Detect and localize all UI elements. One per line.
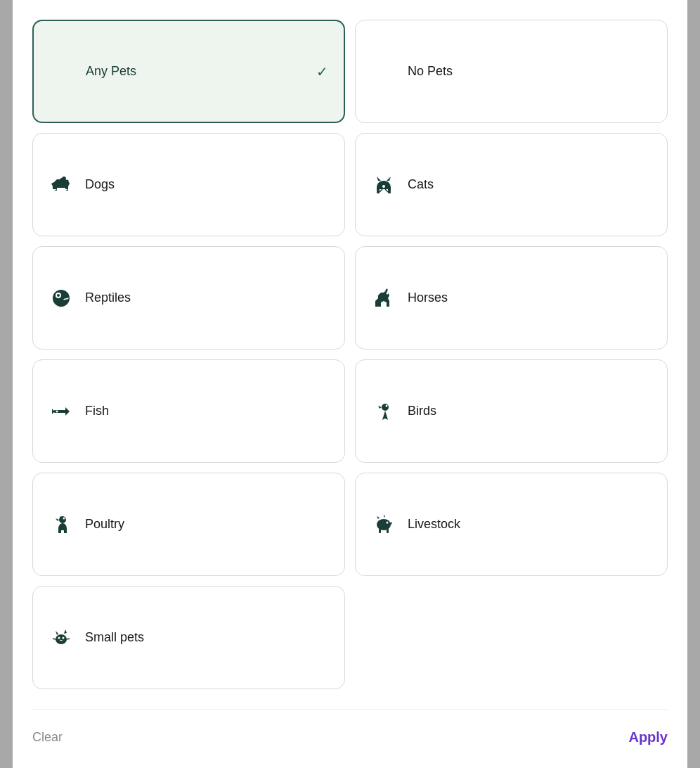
svg-point-9 [56, 410, 58, 412]
svg-point-17 [387, 521, 389, 523]
option-poultry[interactable]: Poultry [32, 473, 345, 576]
option-birds[interactable]: Birds [355, 359, 668, 463]
pets-filter-panel: Any Pets ✓ No Pets Dogs [13, 0, 687, 768]
any-pets-label: Any Pets [86, 64, 136, 79]
svg-rect-15 [379, 529, 381, 533]
clear-button[interactable]: Clear [32, 730, 63, 745]
dogs-label: Dogs [85, 177, 115, 192]
option-small-pets[interactable]: Small pets [32, 586, 345, 689]
reptile-icon [48, 287, 74, 309]
pets-grid: Any Pets ✓ No Pets Dogs [32, 20, 668, 703]
svg-point-19 [58, 636, 60, 639]
svg-rect-16 [387, 529, 389, 533]
option-no-pets[interactable]: No Pets [355, 20, 668, 123]
bird-icon [371, 400, 396, 423]
svg-point-20 [63, 636, 65, 639]
cats-label: Cats [408, 177, 434, 192]
no-pets-label: No Pets [408, 64, 453, 79]
option-fish[interactable]: Fish [32, 359, 345, 463]
fish-icon [48, 400, 74, 423]
option-livestock[interactable]: Livestock [355, 473, 668, 576]
cat-icon [371, 174, 396, 196]
option-dogs[interactable]: Dogs [32, 133, 345, 236]
poultry-label: Poultry [85, 517, 124, 532]
svg-point-8 [387, 292, 389, 294]
option-horses[interactable]: Horses [355, 246, 668, 350]
svg-point-14 [377, 519, 391, 530]
reptiles-label: Reptiles [85, 290, 131, 305]
small-pets-icon [48, 627, 74, 649]
apply-button[interactable]: Apply [628, 729, 668, 745]
svg-point-18 [56, 634, 67, 644]
svg-point-11 [386, 404, 388, 407]
fish-label: Fish [85, 404, 109, 418]
horses-label: Horses [408, 290, 448, 305]
option-cats[interactable]: Cats [355, 133, 668, 236]
svg-rect-4 [388, 191, 391, 193]
svg-point-1 [67, 179, 69, 181]
svg-point-7 [57, 294, 60, 297]
horse-icon [371, 287, 396, 309]
check-icon: ✓ [316, 63, 328, 80]
svg-point-2 [382, 185, 385, 188]
small-pets-label: Small pets [85, 630, 144, 645]
livestock-icon [371, 513, 396, 536]
svg-point-10 [382, 404, 389, 411]
svg-point-13 [63, 517, 65, 519]
dog-icon [48, 174, 74, 196]
poultry-icon [48, 513, 74, 536]
livestock-label: Livestock [408, 517, 460, 532]
birds-label: Birds [408, 404, 436, 418]
option-any-pets[interactable]: Any Pets ✓ [32, 20, 345, 123]
option-reptiles[interactable]: Reptiles [32, 246, 345, 350]
svg-rect-3 [377, 191, 380, 193]
filter-footer: Clear Apply [32, 709, 668, 768]
svg-point-0 [62, 177, 66, 181]
